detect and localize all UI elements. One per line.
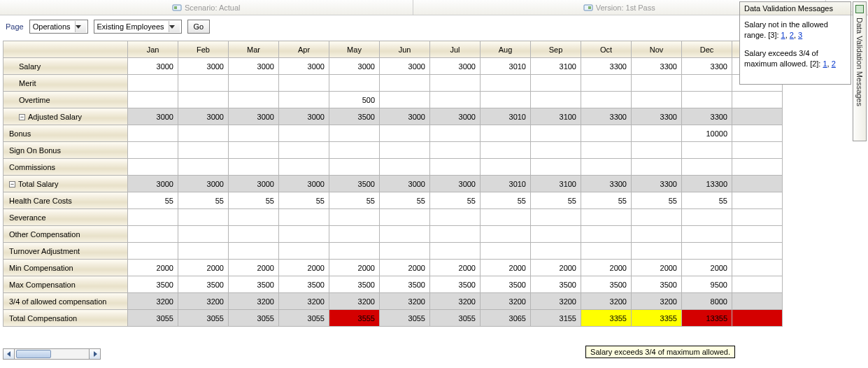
- data-cell[interactable]: 2000: [682, 260, 732, 276]
- data-cell[interactable]: 55: [430, 192, 481, 209]
- data-cell[interactable]: 3000: [279, 58, 329, 75]
- horizontal-scrollbar[interactable]: [3, 348, 101, 360]
- data-cell[interactable]: 3200: [430, 293, 481, 310]
- data-cell[interactable]: 3500: [229, 276, 279, 293]
- data-cell[interactable]: 55: [682, 192, 732, 209]
- data-cell[interactable]: 3300: [632, 108, 682, 125]
- data-cell[interactable]: 3300: [632, 176, 682, 192]
- data-cell[interactable]: 3100: [531, 176, 581, 192]
- data-cell[interactable]: [229, 243, 279, 260]
- data-cell[interactable]: 3200: [329, 293, 380, 310]
- data-cell[interactable]: [632, 159, 682, 176]
- data-cell[interactable]: [531, 142, 581, 159]
- data-cell[interactable]: [279, 92, 329, 108]
- data-cell[interactable]: 3300: [682, 58, 732, 75]
- dv-link[interactable]: 2: [832, 59, 836, 68]
- scroll-track[interactable]: [15, 349, 89, 359]
- data-cell[interactable]: [481, 92, 531, 108]
- data-cell[interactable]: [531, 75, 581, 92]
- data-cell[interactable]: 3000: [229, 58, 279, 75]
- data-cell[interactable]: [481, 142, 531, 159]
- data-cell[interactable]: [380, 92, 430, 108]
- row-header[interactable]: Bonus: [3, 125, 128, 142]
- data-cell[interactable]: [481, 243, 531, 260]
- data-cell[interactable]: 2000: [632, 260, 682, 276]
- column-header[interactable]: Jun: [380, 41, 430, 58]
- data-grid[interactable]: JanFebMarAprMayJunJulAugSepOctNovDecYSal…: [3, 41, 783, 327]
- data-cell[interactable]: [380, 142, 430, 159]
- data-cell[interactable]: [581, 159, 632, 176]
- data-cell[interactable]: 3500: [178, 276, 229, 293]
- row-header[interactable]: Merit: [3, 75, 128, 92]
- data-cell[interactable]: [581, 92, 632, 108]
- row-header[interactable]: Sign On Bonus: [3, 142, 128, 159]
- data-cell[interactable]: [732, 243, 783, 260]
- data-cell[interactable]: 3200: [581, 293, 632, 310]
- column-header[interactable]: Apr: [279, 41, 329, 58]
- data-cell[interactable]: 3000: [229, 108, 279, 125]
- data-cell[interactable]: 3200: [632, 293, 682, 310]
- data-cell[interactable]: [329, 142, 380, 159]
- data-cell[interactable]: [481, 209, 531, 226]
- data-cell[interactable]: [481, 125, 531, 142]
- column-header[interactable]: Nov: [632, 41, 682, 58]
- dv-link[interactable]: 1: [823, 59, 827, 68]
- data-cell[interactable]: [531, 243, 581, 260]
- data-cell[interactable]: 3300: [581, 58, 632, 75]
- data-cell[interactable]: 3055: [279, 310, 329, 327]
- data-cell[interactable]: [128, 159, 178, 176]
- data-cell[interactable]: [128, 226, 178, 243]
- column-header[interactable]: May: [329, 41, 380, 58]
- data-cell[interactable]: [229, 226, 279, 243]
- data-cell[interactable]: 3000: [430, 108, 481, 125]
- data-cell[interactable]: 3200: [279, 293, 329, 310]
- data-cell[interactable]: 55: [128, 192, 178, 209]
- data-cell[interactable]: 3055: [128, 310, 178, 327]
- row-header[interactable]: Max Compensation: [3, 276, 128, 293]
- data-cell[interactable]: 13355: [682, 310, 732, 327]
- data-cell[interactable]: [732, 159, 783, 176]
- data-cell[interactable]: [380, 159, 430, 176]
- data-cell[interactable]: 3055: [229, 310, 279, 327]
- data-cell[interactable]: [430, 125, 481, 142]
- row-header[interactable]: −Adjusted Salary: [3, 108, 128, 125]
- column-header[interactable]: Mar: [229, 41, 279, 58]
- data-cell[interactable]: [229, 92, 279, 108]
- data-cell[interactable]: [430, 226, 481, 243]
- data-cell[interactable]: 3500: [430, 276, 481, 293]
- data-cell[interactable]: 55: [279, 192, 329, 209]
- data-cell[interactable]: 3300: [632, 58, 682, 75]
- row-header[interactable]: Health Care Costs: [3, 192, 128, 209]
- data-cell[interactable]: [732, 142, 783, 159]
- data-cell[interactable]: 3000: [178, 176, 229, 192]
- data-cell[interactable]: 3300: [581, 176, 632, 192]
- data-cell[interactable]: [531, 209, 581, 226]
- dv-side-tab[interactable]: Data Validation Messages: [853, 1, 867, 141]
- dv-link[interactable]: 3: [798, 31, 802, 39]
- dv-link[interactable]: 2: [790, 31, 794, 39]
- data-cell[interactable]: [128, 243, 178, 260]
- data-cell[interactable]: [380, 226, 430, 243]
- data-cell[interactable]: 55: [229, 192, 279, 209]
- data-cell[interactable]: [682, 209, 732, 226]
- page-dim2-combo[interactable]: Existing Employees: [94, 20, 182, 34]
- column-header[interactable]: Oct: [581, 41, 632, 58]
- data-cell[interactable]: 3000: [128, 58, 178, 75]
- data-cell[interactable]: [279, 125, 329, 142]
- scroll-thumb[interactable]: [16, 350, 51, 358]
- data-cell[interactable]: [329, 159, 380, 176]
- data-cell[interactable]: [682, 92, 732, 108]
- data-cell[interactable]: [279, 75, 329, 92]
- data-cell[interactable]: 55: [581, 192, 632, 209]
- data-cell[interactable]: 3300: [682, 108, 732, 125]
- data-cell[interactable]: [329, 243, 380, 260]
- data-cell[interactable]: [178, 209, 229, 226]
- data-cell[interactable]: [279, 226, 329, 243]
- data-cell[interactable]: [178, 142, 229, 159]
- column-header[interactable]: Sep: [531, 41, 581, 58]
- column-header[interactable]: Aug: [481, 41, 531, 58]
- data-cell[interactable]: [682, 159, 732, 176]
- data-cell[interactable]: 3500: [329, 176, 380, 192]
- row-header[interactable]: −Total Salary: [3, 176, 128, 192]
- data-cell[interactable]: [279, 243, 329, 260]
